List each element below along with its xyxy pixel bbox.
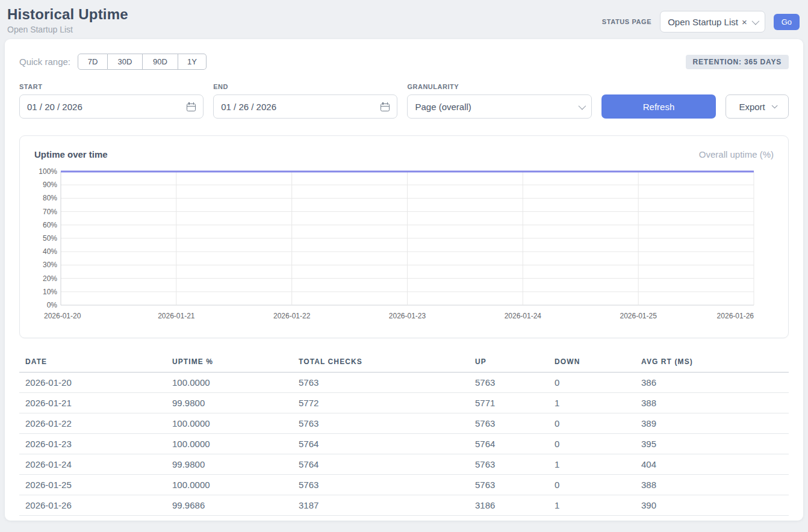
end-date-value: 01 / 26 / 2026 <box>221 102 276 112</box>
table-cell: 5763 <box>469 373 549 393</box>
quick-range-1y-button[interactable]: 1Y <box>178 54 207 70</box>
table-cell: 5763 <box>469 454 549 475</box>
svg-text:2026-01-24: 2026-01-24 <box>505 312 542 320</box>
quick-range-group: Quick range: 7D 30D 90D 1Y <box>19 54 207 70</box>
table-cell: 5763 <box>293 373 469 393</box>
svg-text:40%: 40% <box>43 247 57 256</box>
table-cell: 1 <box>549 454 635 475</box>
chart-header: Uptime over time Overall uptime (%) <box>34 149 774 159</box>
end-date-input[interactable]: 01 / 26 / 2026 <box>213 94 397 119</box>
svg-text:2026-01-26: 2026-01-26 <box>717 312 754 320</box>
quick-range-90d-button[interactable]: 90D <box>143 54 178 70</box>
table-body: 2026-01-20100.00005763576303862026-01-21… <box>19 373 789 516</box>
table-cell: 2026-01-21 <box>19 393 166 413</box>
svg-text:60%: 60% <box>43 221 57 229</box>
table-cell: 388 <box>635 393 789 413</box>
table-cell: 404 <box>635 454 789 475</box>
svg-text:0%: 0% <box>47 301 58 309</box>
table-header: DATE UPTIME % TOTAL CHECKS UP DOWN AVG R… <box>19 353 789 373</box>
table-cell: 5764 <box>293 454 469 475</box>
page-subtitle: Open Startup List <box>7 25 128 34</box>
table-cell: 99.9800 <box>166 454 293 475</box>
chart-legend: Overall uptime (%) <box>699 149 774 159</box>
end-date-label: END <box>213 83 397 90</box>
table-row: 2026-01-22100.0000576357630389 <box>19 413 789 434</box>
chevron-down-icon <box>771 102 777 108</box>
table-row: 2026-01-20100.0000576357630386 <box>19 373 789 393</box>
start-date-input[interactable]: 01 / 20 / 2026 <box>19 94 204 119</box>
table-cell: 5763 <box>293 413 469 434</box>
svg-text:100%: 100% <box>39 167 57 176</box>
table-cell: 100.0000 <box>166 475 293 495</box>
status-page-select[interactable]: Open Startup List × <box>660 11 765 32</box>
table-cell: 0 <box>549 475 635 495</box>
calendar-icon[interactable] <box>187 102 196 111</box>
calendar-icon[interactable] <box>381 102 390 111</box>
table-cell: 5772 <box>293 393 469 413</box>
table-cell: 99.9686 <box>166 495 293 516</box>
retention-badge: RETENTION: 365 DAYS <box>686 55 789 69</box>
table-cell: 0 <box>549 373 635 393</box>
export-button[interactable]: Export <box>726 94 789 119</box>
svg-text:2026-01-21: 2026-01-21 <box>158 312 195 320</box>
table-cell: 2026-01-24 <box>19 454 166 475</box>
status-page-selected-value: Open Startup List <box>668 17 738 27</box>
table-cell: 395 <box>635 434 789 454</box>
table-cell: 5763 <box>469 413 549 434</box>
column-header-date: DATE <box>19 353 166 373</box>
granularity-select[interactable]: Page (overall) <box>407 94 591 119</box>
table-cell: 386 <box>635 373 789 393</box>
svg-text:80%: 80% <box>43 194 57 202</box>
table-cell: 2026-01-20 <box>19 373 166 393</box>
table-cell: 389 <box>635 413 789 434</box>
table-cell: 100.0000 <box>166 373 293 393</box>
table-row: 2026-01-2499.9800576457631404 <box>19 454 789 475</box>
column-header-avg-rt: AVG RT (MS) <box>635 353 789 373</box>
column-header-total-checks: TOTAL CHECKS <box>293 353 469 373</box>
table-cell: 3186 <box>469 495 549 516</box>
table-cell: 1 <box>549 393 635 413</box>
table-cell: 2026-01-26 <box>19 495 166 516</box>
table-cell: 100.0000 <box>166 413 293 434</box>
table-cell: 1 <box>549 495 635 516</box>
table-cell: 390 <box>635 495 789 516</box>
column-header-down: DOWN <box>549 353 635 373</box>
svg-text:10%: 10% <box>43 288 57 296</box>
quick-range-30d-button[interactable]: 30D <box>108 54 143 70</box>
main-card: Quick range: 7D 30D 90D 1Y RETENTION: 36… <box>5 39 803 521</box>
granularity-field-group: GRANULARITY Page (overall) <box>407 83 591 119</box>
table-cell: 2026-01-25 <box>19 475 166 495</box>
export-button-label: Export <box>739 102 765 112</box>
svg-text:30%: 30% <box>43 261 57 269</box>
table-cell: 100.0000 <box>166 434 293 454</box>
granularity-selected-value: Page (overall) <box>415 102 471 112</box>
table-cell: 5771 <box>469 393 549 413</box>
start-date-field-group: START 01 / 20 / 2026 <box>19 83 204 119</box>
granularity-label: GRANULARITY <box>407 83 591 90</box>
chart-svg: 100%90%80%70%60%50%40%30%20%10%0%2026-01… <box>34 165 774 323</box>
quick-range-7d-button[interactable]: 7D <box>78 54 108 70</box>
uptime-chart-panel: Uptime over time Overall uptime (%) 100%… <box>19 135 789 338</box>
refresh-button[interactable]: Refresh <box>601 94 716 119</box>
quick-range-label: Quick range: <box>19 57 70 67</box>
table-row: 2026-01-23100.0000576457640395 <box>19 434 789 454</box>
table-cell: 5763 <box>469 475 549 495</box>
table-cell: 5763 <box>293 475 469 495</box>
filters-fields-row: START 01 / 20 / 2026 END 01 / 26 / 2026 … <box>19 83 789 119</box>
column-header-up: UP <box>469 353 549 373</box>
clear-selection-icon[interactable]: × <box>742 17 747 26</box>
table-cell: 99.9800 <box>166 393 293 413</box>
uptime-table: DATE UPTIME % TOTAL CHECKS UP DOWN AVG R… <box>19 353 789 516</box>
table-cell: 3187 <box>293 495 469 516</box>
svg-text:2026-01-22: 2026-01-22 <box>273 312 311 320</box>
svg-text:90%: 90% <box>43 181 57 189</box>
go-button[interactable]: Go <box>774 14 800 30</box>
end-date-field-group: END 01 / 26 / 2026 <box>213 83 397 119</box>
table-cell: 388 <box>635 475 789 495</box>
table-cell: 5764 <box>293 434 469 454</box>
table-row: 2026-01-2199.9800577257711388 <box>19 393 789 413</box>
filters-top-row: Quick range: 7D 30D 90D 1Y RETENTION: 36… <box>19 54 789 70</box>
table-cell: 2026-01-23 <box>19 434 166 454</box>
column-header-uptime: UPTIME % <box>166 353 293 373</box>
table-cell: 5764 <box>469 434 549 454</box>
